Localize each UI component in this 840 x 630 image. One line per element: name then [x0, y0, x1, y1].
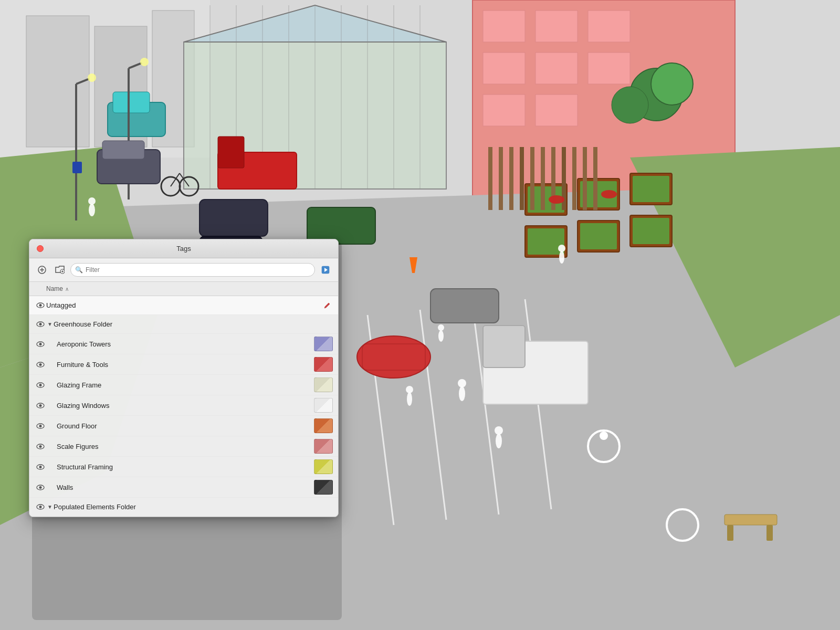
export-button[interactable] [318, 262, 333, 277]
svg-point-77 [438, 324, 444, 331]
color-swatch[interactable] [314, 398, 333, 413]
svg-rect-88 [766, 525, 773, 541]
folder-icon [55, 266, 65, 274]
visibility-toggle[interactable] [35, 300, 46, 311]
svg-point-81 [406, 386, 413, 393]
svg-rect-12 [483, 94, 525, 126]
tag-row[interactable]: Walls [29, 477, 338, 498]
svg-point-85 [495, 426, 503, 435]
svg-rect-72 [583, 147, 587, 210]
color-swatch[interactable] [314, 480, 333, 495]
svg-point-99 [140, 58, 149, 66]
visibility-toggle[interactable] [35, 501, 46, 513]
window-close-button[interactable] [37, 245, 44, 252]
tag-row[interactable]: Ground Floor [29, 416, 338, 436]
tag-name-label: Furniture & Tools [57, 361, 311, 369]
svg-rect-11 [588, 52, 630, 84]
tag-name-label: Ground Floor [57, 422, 311, 430]
tag-name-label: Structural Framing [57, 463, 311, 471]
panel-toolbar: 🔍 [29, 258, 338, 282]
name-column-header[interactable]: Name ∧ [46, 285, 333, 292]
expand-arrow-icon[interactable]: ▼ [46, 503, 54, 511]
tag-row[interactable]: Aeroponic Towers [29, 334, 338, 354]
tag-row[interactable]: Structural Framing [29, 457, 338, 477]
svg-rect-42 [113, 92, 150, 113]
svg-rect-64 [499, 147, 503, 210]
svg-rect-46 [218, 136, 244, 168]
svg-rect-68 [541, 147, 545, 210]
name-label: Name [46, 285, 63, 292]
tag-name-label: Untagged [46, 301, 318, 309]
svg-point-34 [600, 432, 608, 440]
add-tag-button[interactable] [35, 262, 49, 277]
svg-point-134 [39, 486, 42, 489]
visibility-toggle[interactable] [35, 461, 46, 472]
svg-rect-63 [488, 147, 492, 210]
tag-row[interactable]: Glazing Windows [29, 395, 338, 416]
tag-name-label: Aeroponic Towers [57, 340, 311, 348]
tag-name-label: Populated Elements Folder [54, 503, 333, 511]
visibility-toggle[interactable] [35, 420, 46, 432]
svg-rect-102 [72, 162, 82, 173]
svg-point-128 [39, 425, 42, 427]
tag-name-label: Glazing Frame [57, 381, 311, 389]
tag-row[interactable]: Untagged [29, 296, 338, 315]
filter-input-wrapper: 🔍 [70, 263, 315, 277]
sort-arrow-icon: ∧ [65, 286, 69, 292]
tag-row[interactable]: Scale Figures [29, 436, 338, 457]
svg-rect-73 [593, 147, 597, 210]
svg-rect-71 [572, 147, 576, 210]
tag-row[interactable]: Furniture & Tools [29, 354, 338, 375]
svg-rect-10 [536, 52, 578, 84]
visibility-toggle[interactable] [35, 319, 46, 330]
color-swatch[interactable] [314, 357, 333, 372]
tag-name-label: Greenhouse Folder [54, 320, 333, 328]
visibility-toggle[interactable] [35, 338, 46, 350]
edit-icon[interactable] [321, 300, 333, 311]
svg-point-79 [458, 379, 466, 387]
color-swatch[interactable] [314, 439, 333, 454]
svg-rect-43 [200, 200, 268, 236]
visibility-toggle[interactable] [35, 481, 46, 493]
svg-point-115 [39, 304, 42, 307]
svg-point-101 [601, 190, 617, 198]
svg-rect-37 [362, 344, 425, 370]
svg-rect-65 [509, 147, 513, 210]
svg-rect-61 [580, 223, 617, 249]
svg-rect-8 [588, 10, 630, 42]
visibility-toggle[interactable] [35, 379, 46, 391]
svg-point-50 [612, 87, 648, 123]
expand-arrow-icon[interactable]: ▼ [46, 321, 54, 328]
svg-point-118 [39, 323, 42, 326]
svg-point-122 [39, 363, 42, 366]
tag-row[interactable]: ▼Populated Elements Folder [29, 498, 338, 517]
tag-name-label: Walls [57, 484, 311, 491]
visibility-toggle[interactable] [35, 440, 46, 452]
svg-rect-9 [483, 52, 525, 84]
svg-point-130 [39, 445, 42, 448]
tag-name-label: Glazing Windows [57, 402, 311, 410]
svg-rect-87 [727, 525, 733, 541]
svg-point-100 [549, 195, 564, 204]
svg-point-96 [88, 74, 96, 82]
color-swatch[interactable] [314, 337, 333, 351]
tag-row[interactable]: ▼Greenhouse Folder [29, 315, 338, 334]
filter-input[interactable] [70, 263, 315, 277]
tag-rows-container: Untagged▼Greenhouse FolderAeroponic Towe… [29, 296, 338, 517]
svg-point-74 [89, 204, 95, 216]
svg-point-132 [39, 466, 42, 468]
svg-rect-104 [102, 141, 144, 159]
svg-rect-62 [633, 218, 669, 244]
add-folder-button[interactable] [52, 262, 67, 277]
panel-titlebar: Tags [29, 239, 338, 258]
svg-point-83 [558, 245, 565, 252]
tag-name-label: Scale Figures [57, 443, 311, 450]
color-swatch[interactable] [314, 418, 333, 433]
visibility-toggle[interactable] [35, 359, 46, 370]
svg-rect-86 [724, 514, 777, 525]
visibility-toggle[interactable] [35, 400, 46, 411]
svg-point-84 [496, 434, 502, 448]
color-swatch[interactable] [314, 459, 333, 474]
color-swatch[interactable] [314, 377, 333, 392]
tag-row[interactable]: Glazing Frame [29, 375, 338, 395]
